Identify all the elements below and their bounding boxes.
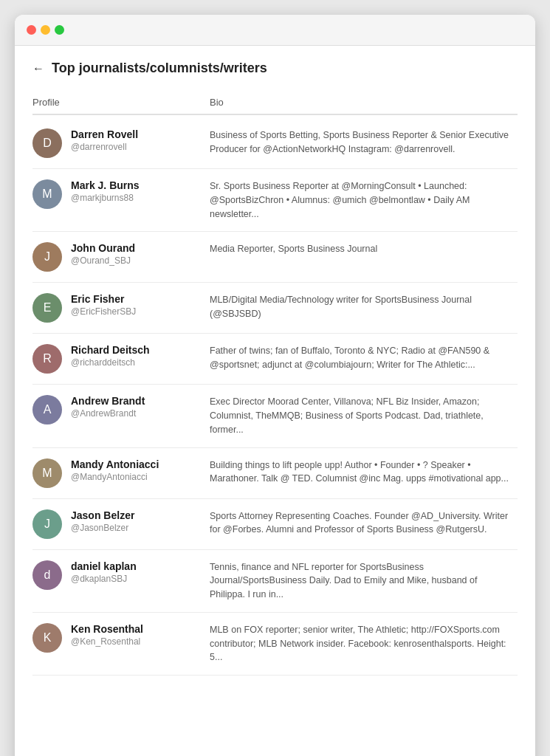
avatar: J: [32, 509, 62, 539]
avatar: M: [32, 458, 62, 488]
profile-name: Jason Belzer: [71, 509, 134, 521]
profile-name: Eric Fisher: [71, 293, 136, 305]
journalist-list: D Darren Rovell @darrenrovell Business o…: [32, 118, 518, 676]
avatar-letter: D: [43, 137, 52, 150]
profile-handle: @dkaplanSBJ: [71, 574, 137, 584]
avatar: K: [32, 623, 62, 653]
bio-cell: Sr. Sports Business Reporter at @Morning…: [210, 179, 518, 221]
column-header-profile: Profile: [32, 97, 210, 108]
avatar: E: [32, 293, 62, 323]
maximize-button[interactable]: [55, 25, 64, 35]
profile-cell: J Jason Belzer @JasonBelzer: [32, 509, 210, 539]
title-bar: [15, 15, 535, 46]
avatar: A: [32, 395, 62, 425]
profile-cell: J John Ourand @Ourand_SBJ: [32, 242, 210, 272]
close-button[interactable]: [27, 25, 36, 35]
minimize-button[interactable]: [41, 25, 50, 35]
avatar-letter: K: [44, 631, 52, 645]
profile-name: John Ourand: [71, 242, 135, 254]
main-content: ← Top journalists/columnists/writers Pro…: [15, 46, 535, 690]
bio-cell: Exec Director Moorad Center, Villanova; …: [210, 395, 518, 436]
profile-name: Mark J. Burns: [71, 179, 140, 191]
profile-handle: @JasonBelzer: [71, 523, 134, 533]
profile-info: Mandy Antoniacci @MandyAntoniacci: [71, 458, 159, 482]
avatar: M: [32, 179, 62, 209]
avatar-letter: d: [44, 568, 51, 582]
profile-info: Jason Belzer @JasonBelzer: [71, 509, 134, 533]
profile-cell: A Andrew Brandt @AndrewBrandt: [32, 395, 210, 425]
avatar: d: [32, 560, 62, 590]
bio-cell: Father of twins; fan of Buffalo, Toronto…: [210, 344, 518, 372]
avatar: D: [32, 128, 62, 158]
table-row[interactable]: J John Ourand @Ourand_SBJ Media Reporter…: [32, 232, 518, 283]
profile-handle: @markjburns88: [71, 193, 140, 203]
profile-name: Richard Deitsch: [71, 344, 150, 356]
profile-info: John Ourand @Ourand_SBJ: [71, 242, 135, 266]
profile-name: Mandy Antoniacci: [71, 458, 159, 470]
bio-cell: Building things to lift people upp! Auth…: [210, 458, 518, 487]
bio-cell: Sports Attorney Representing Coaches. Fo…: [210, 509, 518, 537]
bio-cell: MLB on FOX reporter; senior writer, The …: [210, 623, 518, 664]
avatar-letter: J: [44, 518, 50, 531]
profile-handle: @darrenrovell: [71, 142, 138, 152]
bio-cell: Tennis, finance and NFL reporter for Spo…: [210, 560, 518, 602]
profile-info: Mark J. Burns @markjburns88: [71, 179, 140, 203]
column-header-bio: Bio: [210, 97, 518, 108]
page-header: ← Top journalists/columnists/writers: [32, 61, 518, 76]
table-row[interactable]: R Richard Deitsch @richarddeitsch Father…: [32, 334, 518, 385]
avatar-letter: R: [43, 352, 52, 365]
avatar: R: [32, 344, 62, 374]
profile-info: Andrew Brandt @AndrewBrandt: [71, 395, 145, 419]
avatar-letter: E: [44, 301, 52, 315]
profile-info: Richard Deitsch @richarddeitsch: [71, 344, 150, 368]
table-row[interactable]: M Mark J. Burns @markjburns88 Sr. Sports…: [32, 169, 518, 232]
table-row[interactable]: D Darren Rovell @darrenrovell Business o…: [32, 118, 518, 169]
profile-name: Darren Rovell: [71, 128, 138, 140]
bio-cell: MLB/Digital Media/Technology writer for …: [210, 293, 518, 321]
table-header: Profile Bio: [32, 91, 518, 115]
profile-name: Ken Rosenthal: [71, 623, 143, 635]
page-title: Top journalists/columnists/writers: [52, 61, 267, 76]
profile-handle: @EricFisherSBJ: [71, 306, 136, 317]
bio-cell: Business of Sports Betting, Sports Busin…: [210, 128, 518, 157]
table-row[interactable]: J Jason Belzer @JasonBelzer Sports Attor…: [32, 499, 518, 550]
avatar-letter: A: [44, 403, 52, 416]
profile-cell: K Ken Rosenthal @Ken_Rosenthal: [32, 623, 210, 653]
profile-info: Ken Rosenthal @Ken_Rosenthal: [71, 623, 143, 647]
table-row[interactable]: A Andrew Brandt @AndrewBrandt Exec Direc…: [32, 385, 518, 447]
profile-cell: D Darren Rovell @darrenrovell: [32, 128, 210, 158]
table-row[interactable]: M Mandy Antoniacci @MandyAntoniacci Buil…: [32, 448, 518, 499]
profile-handle: @MandyAntoniacci: [71, 472, 159, 482]
profile-cell: R Richard Deitsch @richarddeitsch: [32, 344, 210, 374]
profile-name: Andrew Brandt: [71, 395, 145, 407]
profile-cell: M Mandy Antoniacci @MandyAntoniacci: [32, 458, 210, 488]
profile-cell: E Eric Fisher @EricFisherSBJ: [32, 293, 210, 323]
profile-handle: @richarddeitsch: [71, 357, 150, 368]
back-button[interactable]: ←: [32, 62, 44, 75]
profile-info: Eric Fisher @EricFisherSBJ: [71, 293, 136, 317]
bio-cell: Media Reporter, Sports Business Journal: [210, 242, 518, 256]
avatar-letter: M: [42, 188, 52, 201]
avatar-letter: J: [44, 250, 50, 264]
app-window: ← Top journalists/columnists/writers Pro…: [15, 15, 535, 756]
avatar-letter: M: [42, 467, 52, 480]
traffic-lights: [27, 25, 64, 35]
table-row[interactable]: d daniel kaplan @dkaplanSBJ Tennis, fina…: [32, 550, 518, 613]
profile-handle: @Ourand_SBJ: [71, 255, 135, 266]
profile-info: daniel kaplan @dkaplanSBJ: [71, 560, 137, 584]
profile-name: daniel kaplan: [71, 560, 137, 572]
profile-handle: @Ken_Rosenthal: [71, 636, 143, 647]
profile-cell: M Mark J. Burns @markjburns88: [32, 179, 210, 209]
profile-info: Darren Rovell @darrenrovell: [71, 128, 138, 152]
table-row[interactable]: E Eric Fisher @EricFisherSBJ MLB/Digital…: [32, 283, 518, 334]
table-row[interactable]: K Ken Rosenthal @Ken_Rosenthal MLB on FO…: [32, 613, 518, 676]
profile-handle: @AndrewBrandt: [71, 408, 145, 419]
avatar: J: [32, 242, 62, 272]
profile-cell: d daniel kaplan @dkaplanSBJ: [32, 560, 210, 590]
